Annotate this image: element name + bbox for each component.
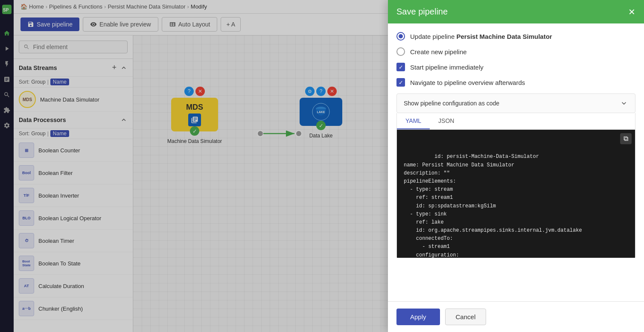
apply-button[interactable]: Apply	[396, 309, 440, 325]
mds-node[interactable]: ? ✕ MDS ✓ Machine Data Simulator	[167, 87, 222, 144]
save-pipeline-modal: Save pipeline ✕ Update pipeline Persist …	[388, 0, 644, 332]
nav-home[interactable]	[1, 27, 13, 39]
mds-avatar: MDS	[19, 91, 36, 108]
sink-remove-btn[interactable]: ✕	[327, 87, 337, 96]
mds-full-name: Machine Data Simulator	[167, 138, 222, 144]
update-pipeline-option[interactable]: Update pipeline Persist Machine Data Sim…	[396, 32, 635, 41]
auto-layout-button[interactable]: Auto Layout	[162, 17, 218, 32]
list-item-boolean-filter[interactable]: Bool Boolean Filter	[14, 162, 133, 184]
data-processors-header[interactable]: Data Processors	[14, 112, 133, 128]
code-config-collapse-icon	[620, 99, 628, 108]
boolean-timer-icon: ⏱	[19, 233, 34, 248]
mds-name: Machine Data Simulator	[40, 96, 99, 103]
search-box-container	[14, 35, 133, 59]
code-config-content: YAML JSON ⧉ id: persist-Machine-Data-Sim…	[396, 113, 635, 258]
data-streams-title: Data Streams	[19, 64, 112, 71]
data-processors-title: Data Processors	[19, 116, 120, 123]
sidebar-nav: SP	[0, 0, 14, 332]
tab-yaml[interactable]: YAML	[397, 113, 430, 129]
sink-check-icon: ✓	[316, 121, 326, 130]
sink-settings-btn[interactable]: ⚙	[305, 87, 315, 96]
boolean-filter-icon: Bool	[19, 165, 34, 181]
sink-node-body: LAKE ✓	[300, 98, 342, 126]
boolean-counter-icon: ⊞	[19, 143, 34, 158]
breadcrumb-sep1: ›	[46, 3, 47, 10]
element-panel: Data Streams + Sort: Group | Name MDS Ma…	[14, 35, 133, 332]
save-pipeline-button[interactable]: Save pipeline	[20, 17, 79, 31]
create-pipeline-option[interactable]: Create new pipeline	[396, 47, 635, 56]
boolean-timer-name: Boolean Timer	[38, 238, 74, 244]
add-button[interactable]: + A	[221, 17, 241, 32]
boolean-logical-icon: BLO	[19, 210, 34, 226]
list-item-boolean-counter[interactable]: ⊞ Boolean Counter	[14, 139, 133, 162]
boolean-logical-name: Boolean Logical Operator	[38, 215, 101, 221]
list-item-mds[interactable]: MDS Machine Data Simulator	[14, 87, 133, 112]
mds-check-icon: ✓	[190, 126, 199, 136]
sink-help-btn[interactable]: ?	[316, 87, 326, 96]
nav-settings[interactable]	[1, 119, 13, 131]
mds-node-body: MDS ✓	[171, 98, 218, 131]
data-streams-collapse[interactable]	[120, 64, 128, 72]
create-pipeline-radio[interactable]	[396, 47, 405, 56]
breadcrumb-home[interactable]: Home	[29, 3, 44, 10]
list-item-boolean-state[interactable]: BoolState Boolean To State	[14, 252, 133, 275]
modal-body: Update pipeline Persist Machine Data Sim…	[388, 23, 644, 301]
list-item-boolean-timer[interactable]: ⏱ Boolean Timer	[14, 230, 133, 252]
breadcrumb-action: Modify	[191, 3, 207, 10]
boolean-filter-name: Boolean Filter	[38, 170, 73, 176]
sort-name-streams[interactable]: Name	[50, 79, 69, 85]
boolean-state-icon: BoolState	[19, 256, 34, 271]
code-tabs: YAML JSON	[397, 113, 635, 130]
cancel-button[interactable]: Cancel	[445, 309, 487, 325]
svg-text:LAKE: LAKE	[317, 111, 325, 114]
nav-play[interactable]	[1, 43, 13, 55]
code-config-label: Show pipeline configuration as code	[404, 100, 499, 107]
breadcrumb-pipelines[interactable]: Pipelines & Functions	[49, 3, 102, 10]
mds-remove-btn[interactable]: ✕	[195, 87, 205, 96]
data-streams-header[interactable]: Data Streams +	[14, 59, 133, 77]
sort-group-streams[interactable]: Group	[31, 79, 45, 85]
sort-group-proc[interactable]: Group	[31, 131, 45, 137]
nav-search[interactable]	[1, 89, 13, 101]
logo[interactable]: SP	[1, 3, 13, 15]
modal-header: Save pipeline ✕	[388, 0, 644, 23]
boolean-state-name: Boolean To State	[38, 260, 81, 267]
start-immediately-option[interactable]: ✓ Start pipeline immediately	[396, 63, 635, 71]
list-item-chunker[interactable]: a⋯b Chunker (English)	[14, 297, 133, 320]
code-block: ⧉ id: persist-Machine-Data-Simulator nam…	[397, 130, 635, 258]
code-copy-button[interactable]: ⧉	[620, 133, 632, 144]
code-config-header[interactable]: Show pipeline configuration as code	[396, 93, 635, 113]
svg-point-2	[257, 131, 263, 137]
breadcrumb-pipeline-name[interactable]: Persist Machine Data Simulator	[108, 3, 185, 10]
sink-node[interactable]: ⚙ ? ✕ LAKE ✓ Da	[300, 87, 342, 139]
nav-bolt[interactable]	[1, 58, 13, 70]
sink-label: Data Lake	[309, 133, 333, 139]
chunker-icon: a⋯b	[19, 301, 34, 316]
search-input[interactable]	[33, 44, 123, 50]
navigate-after-option[interactable]: ✓ Navigate to pipeline overview afterwar…	[396, 78, 635, 87]
update-pipeline-radio[interactable]	[396, 32, 405, 41]
list-item-boolean-inverter[interactable]: T/F Boolean Inverter	[14, 184, 133, 207]
code-content: id: persist-Machine-Data-Simulator name:…	[404, 154, 582, 258]
sort-name-proc[interactable]: Name	[50, 130, 69, 137]
list-item-calc-duration[interactable]: AT Calculate Duration	[14, 275, 133, 297]
nav-plugin[interactable]	[1, 104, 13, 116]
start-immediately-checkbox[interactable]: ✓	[396, 63, 405, 71]
list-item-boolean-logical[interactable]: BLO Boolean Logical Operator	[14, 207, 133, 230]
mds-node-label: MDS	[186, 103, 203, 112]
navigate-after-checkbox[interactable]: ✓	[396, 78, 405, 87]
mds-help-btn[interactable]: ?	[184, 87, 194, 96]
live-preview-button[interactable]: Enable live preview	[83, 17, 158, 32]
home-icon: 🏠	[20, 3, 27, 10]
svg-text:SP: SP	[3, 8, 9, 12]
create-pipeline-label: Create new pipeline	[410, 48, 467, 55]
tab-json[interactable]: JSON	[430, 113, 463, 129]
nav-chart[interactable]	[1, 73, 13, 85]
code-config-section: Show pipeline configuration as code YAML…	[396, 93, 635, 258]
data-processors-collapse[interactable]	[120, 116, 128, 124]
modal-close-button[interactable]: ✕	[628, 8, 635, 16]
data-streams-add[interactable]: +	[112, 63, 117, 72]
sort-bar-processors: Sort: Group | Name	[14, 128, 133, 139]
search-input-wrap	[19, 41, 128, 53]
sink-node-icon: LAKE	[310, 101, 332, 122]
